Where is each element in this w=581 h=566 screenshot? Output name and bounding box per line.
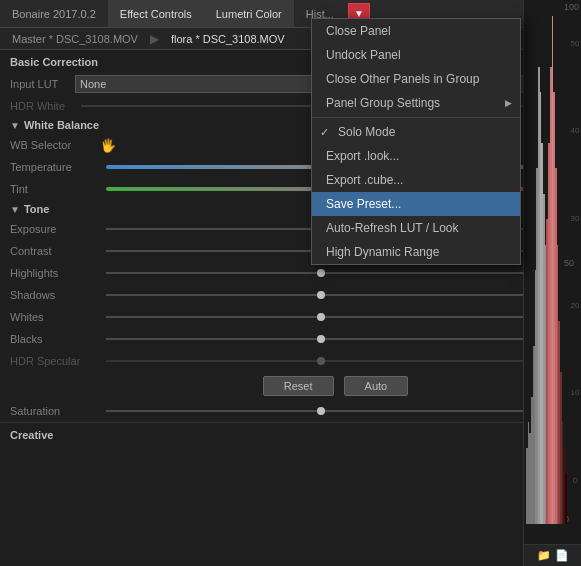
menu-close-other-panels[interactable]: Close Other Panels in Group [312, 67, 520, 91]
white-balance-arrow: ▼ [10, 120, 20, 131]
whites-row: Whites 0,0 [0, 306, 581, 328]
menu-export-cube[interactable]: Export .cube... [312, 168, 520, 192]
shadows-row: Shadows 0,0 [0, 284, 581, 306]
whites-slider[interactable] [106, 316, 535, 318]
context-menu: Close Panel Undock Panel Close Other Pan… [311, 18, 521, 265]
highlights-row: Highlights 0,0 [0, 262, 581, 284]
creative-label: Creative [10, 429, 557, 441]
tab-effect-controls[interactable]: Effect Controls [108, 0, 204, 27]
hdr-specular-label: HDR Specular [10, 355, 100, 367]
hdr-specular-row: HDR Specular 0,0 [0, 350, 581, 372]
shadows-slider[interactable] [106, 294, 535, 296]
reset-auto-row: Reset Auto [90, 372, 581, 400]
saturation-label: Saturation [10, 405, 100, 417]
reset-button[interactable]: Reset [263, 376, 334, 396]
menu-save-preset[interactable]: Save Preset... [312, 192, 520, 216]
subtab-master[interactable]: Master * DSC_3108.MOV [4, 33, 146, 45]
hdr-white-label: HDR White [10, 100, 75, 112]
folder-icon-1[interactable]: 📁 [537, 549, 551, 562]
histogram-area: 100 50 0 [524, 0, 581, 544]
right-panel: 100 50 0 [523, 0, 581, 566]
menu-panel-group-settings[interactable]: Panel Group Settings [312, 91, 520, 115]
input-lut-label: Input LUT [10, 78, 75, 90]
menu-export-look[interactable]: Export .look... [312, 144, 520, 168]
highlights-slider[interactable] [106, 272, 535, 274]
tone-arrow: ▼ [10, 204, 20, 215]
hdr-specular-slider[interactable] [106, 360, 535, 362]
tint-label: Tint [10, 183, 100, 195]
exposure-label: Exposure [10, 223, 100, 235]
temperature-label: Temperature [10, 161, 100, 173]
folder-icon-2[interactable]: 📄 [555, 549, 569, 562]
tone-title: Tone [24, 203, 49, 215]
white-balance-title: White Balance [24, 119, 99, 131]
whites-label: Whites [10, 311, 100, 323]
shadows-label: Shadows [10, 289, 100, 301]
eyedropper-icon[interactable]: 🖐 [100, 138, 116, 153]
menu-solo-mode[interactable]: ✓ Solo Mode [312, 120, 520, 144]
wb-selector-label: WB Selector [10, 139, 100, 151]
saturation-slider[interactable] [106, 410, 535, 412]
folder-icons: 📁 📄 [524, 544, 581, 566]
blacks-row: Blacks 0,0 [0, 328, 581, 350]
auto-button[interactable]: Auto [344, 376, 409, 396]
histogram-ticks: 50 40 30 20 10 0 [569, 0, 581, 524]
subtab-flora[interactable]: flora * DSC_3108.MOV [163, 33, 293, 45]
tab-lumetri-color[interactable]: Lumetri Color [204, 0, 294, 27]
blacks-label: Blacks [10, 333, 100, 345]
creative-row: Creative ✓ [0, 422, 581, 446]
histogram-bars [526, 16, 567, 524]
tab-bonaire[interactable]: Bonaire 2017.0.2 [0, 0, 108, 27]
highlights-label: Highlights [10, 267, 100, 279]
saturation-row: Saturation 100,0 [0, 400, 581, 422]
menu-high-dynamic-range[interactable]: High Dynamic Range [312, 240, 520, 264]
menu-undock-panel[interactable]: Undock Panel [312, 43, 520, 67]
blacks-slider[interactable] [106, 338, 535, 340]
menu-auto-refresh-lut[interactable]: Auto-Refresh LUT / Look [312, 216, 520, 240]
contrast-label: Contrast [10, 245, 100, 257]
menu-close-panel[interactable]: Close Panel [312, 19, 520, 43]
menu-separator-1 [312, 117, 520, 118]
